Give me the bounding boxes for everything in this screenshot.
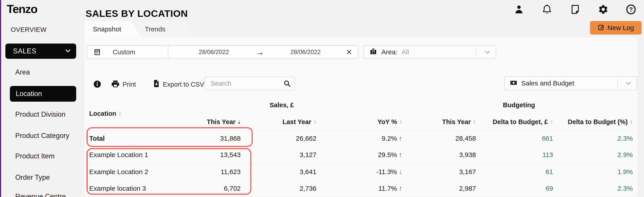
- divider: [84, 196, 638, 197]
- profile-icon[interactable]: [514, 4, 524, 15]
- content-card: Custom 28/06/2022 → 28/06/2022 Area: All: [84, 37, 638, 197]
- trend-up-icon: ↑: [399, 151, 402, 159]
- date-range-section: 28/06/2022 → 28/06/2022: [168, 46, 358, 58]
- svg-text:?: ?: [629, 6, 633, 13]
- sidebar-item-product-division[interactable]: Product Division: [15, 110, 66, 118]
- view-mode-dropdown[interactable]: Sales and Budget: [504, 76, 637, 90]
- column-header-budget-this-year[interactable]: This Year ▲▼: [402, 118, 476, 126]
- print-button[interactable]: Print: [122, 81, 136, 88]
- date-to-value[interactable]: 28/06/2022: [265, 49, 346, 56]
- sidebar-item-order-type[interactable]: Order Type: [15, 173, 50, 181]
- map-pin-icon: [369, 48, 377, 57]
- column-header-yoy[interactable]: YoY % ▲▼: [316, 118, 402, 126]
- divider: [617, 80, 618, 87]
- chevron-down-icon[interactable]: [625, 80, 632, 87]
- tab-snapshot[interactable]: Snapshot: [84, 21, 141, 37]
- view-mode-value: Sales and Budget: [521, 79, 574, 87]
- settings-gear-icon[interactable]: [598, 4, 608, 15]
- export-csv-button[interactable]: Export to CSV: [163, 81, 204, 88]
- edit-pencil-icon: [598, 24, 605, 32]
- clear-date-icon[interactable]: [346, 49, 352, 55]
- table-row[interactable]: Example Location 2 11,623 3,641 -11.3%↓ …: [84, 163, 638, 180]
- sidebar-item-overview[interactable]: OVERVIEW: [11, 26, 46, 34]
- sort-icon[interactable]: ▲▼: [118, 111, 122, 116]
- area-filter-label: Area:: [382, 48, 398, 56]
- column-header-row: This Year ▲▼ Last Year ▲▼ YoY % ▲▼ This …: [84, 117, 638, 127]
- trend-up-icon: ↑: [399, 134, 402, 142]
- group-header-sales: Sales, £: [270, 101, 294, 109]
- help-icon[interactable]: ?: [626, 4, 636, 15]
- sidebar-item-product-category[interactable]: Product Category: [15, 132, 69, 140]
- column-header-location[interactable]: Location ▲▼: [89, 110, 122, 117]
- chevron-down-icon: [64, 47, 71, 55]
- sort-icon[interactable]: ▲▼: [399, 119, 402, 124]
- sidebar-sales-label: SALES: [13, 47, 36, 55]
- trend-up-icon: ↑: [399, 184, 402, 192]
- date-from-value[interactable]: 28/06/2022: [174, 49, 254, 56]
- sort-icon[interactable]: ▲▼: [238, 119, 241, 124]
- app-window: Tenzo OVERVIEW SALES Area Location Produ…: [0, 0, 644, 197]
- left-edge-accent: [0, 0, 1, 197]
- sidebar-item-revenue-centre[interactable]: Revenue Centre: [15, 192, 66, 197]
- column-header-delta-pct[interactable]: Delta to Budget (%) ▲▼: [553, 118, 633, 126]
- tab-trends[interactable]: Trends: [136, 21, 195, 37]
- sidebar-item-product-item[interactable]: Product Item: [15, 152, 55, 160]
- sort-icon[interactable]: ▲▼: [630, 119, 633, 124]
- table-row[interactable]: Example location 3 6,702 2,736 11.7%↑ 2,…: [84, 180, 638, 196]
- sort-icon[interactable]: ▲▼: [473, 119, 476, 124]
- area-filter-dropdown[interactable]: Area: All: [364, 45, 496, 59]
- sort-icon[interactable]: ▲▼: [550, 119, 553, 124]
- column-header-this-year[interactable]: This Year ▲▼: [182, 118, 241, 126]
- notes-icon[interactable]: [570, 4, 580, 15]
- sidebar-item-area[interactable]: Area: [15, 68, 30, 76]
- search-box: [204, 77, 295, 90]
- export-csv-icon[interactable]: [152, 79, 161, 88]
- date-mode-value: Custom: [113, 49, 135, 56]
- table-row[interactable]: Example Location 1 13,543 3,127 29.5%↑ 3…: [84, 146, 638, 163]
- money-icon: [510, 79, 518, 88]
- tenzo-logo[interactable]: Tenzo: [7, 2, 37, 16]
- chevron-down-icon[interactable]: [484, 49, 491, 56]
- search-icon[interactable]: [283, 80, 291, 87]
- calendar-icon: [94, 48, 101, 56]
- new-log-button[interactable]: New Log: [590, 21, 642, 35]
- sidebar-item-location[interactable]: Location: [10, 86, 76, 102]
- sort-icon[interactable]: ▲▼: [314, 119, 316, 124]
- info-icon[interactable]: [93, 80, 102, 88]
- date-mode-section[interactable]: Custom: [87, 46, 168, 58]
- date-range-filter[interactable]: Custom 28/06/2022 → 28/06/2022: [87, 45, 358, 59]
- column-header-delta-gbp[interactable]: Delta to Budget, £ ▲▼: [476, 118, 553, 126]
- table-row-total[interactable]: Total 31,868 26,662 9.2%↑ 28,458 661 2.3…: [84, 130, 638, 146]
- column-header-last-year[interactable]: Last Year ▲▼: [241, 118, 316, 126]
- notifications-bell-icon[interactable]: [542, 4, 552, 15]
- search-input[interactable]: [204, 77, 295, 90]
- page-title: SALES BY LOCATION: [86, 8, 188, 19]
- trend-down-icon: ↓: [399, 168, 402, 176]
- area-filter-value: All: [402, 48, 409, 56]
- divider: [476, 49, 476, 55]
- print-icon[interactable]: [111, 79, 120, 88]
- group-header-budgeting: Budgeting: [503, 101, 535, 109]
- sidebar-item-sales[interactable]: SALES: [6, 44, 76, 59]
- arrow-right-icon: →: [254, 47, 265, 57]
